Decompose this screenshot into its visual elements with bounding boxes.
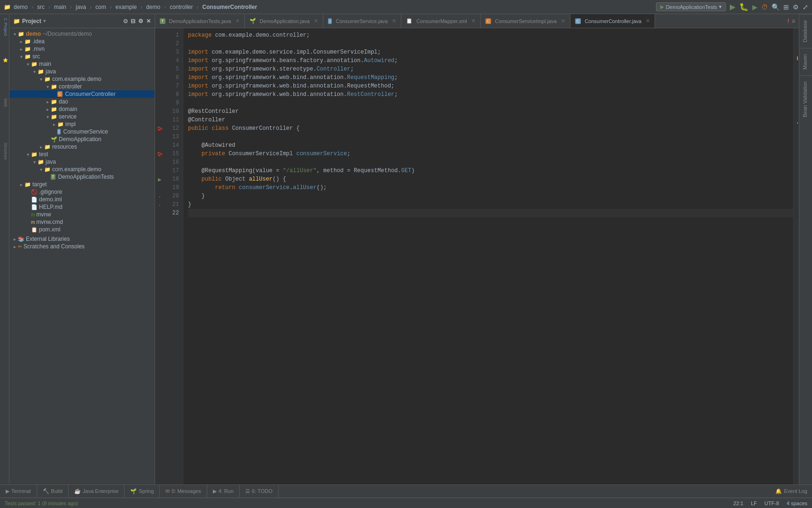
- tool-tab-terminal[interactable]: ▶ Terminal: [0, 485, 37, 497]
- left-tab-structure[interactable]: Structure: [0, 139, 9, 164]
- tool-tab-java-enterprise[interactable]: ☕ Java Enterprise: [69, 485, 125, 497]
- encoding[interactable]: UTF-8: [765, 500, 779, 506]
- tree-item-impl[interactable]: ▸ 📁 impl: [9, 120, 155, 128]
- breadcrumb-demo2[interactable]: demo: [146, 4, 160, 10]
- tree-item-mvnw[interactable]: ▸ m mvnw: [9, 211, 155, 218]
- tool-tab-run[interactable]: ▶ 4: Run: [207, 485, 240, 497]
- left-tab-favorites[interactable]: ⭐: [0, 54, 9, 66]
- close-panel-icon[interactable]: ✕: [146, 18, 151, 24]
- gutter-18[interactable]: ▶: [155, 175, 164, 183]
- search-everywhere-button[interactable]: 🔍: [772, 3, 780, 11]
- tab-consumer-mapper[interactable]: 📋 ConsumerMapper.xml ✕: [401, 14, 481, 28]
- left-tab-web[interactable]: Web: [0, 95, 9, 111]
- tree-item-domain[interactable]: ▸ 📁 domain: [9, 105, 155, 113]
- tree-item-help[interactable]: ▸ 📄 HELP.md: [9, 203, 155, 211]
- project-settings-icon[interactable]: ⚙: [138, 18, 143, 24]
- line-ending[interactable]: LF: [751, 500, 757, 506]
- tab-close-da[interactable]: ✕: [314, 18, 318, 24]
- tree-item-scratches[interactable]: ▸ ✏ Scratches and Consoles: [9, 243, 155, 250]
- profile-button[interactable]: ⏱: [761, 3, 768, 11]
- tree-item-src[interactable]: ▾ 📁 src: [9, 53, 155, 60]
- maximize-button[interactable]: ⤢: [803, 3, 808, 11]
- gutter-21[interactable]: -: [155, 200, 164, 209]
- gutter-20[interactable]: -: [155, 192, 164, 200]
- event-log-tab[interactable]: 🔔 Event Log: [771, 485, 812, 497]
- tree-item-gitignore[interactable]: ▸ 🚫 .gitignore: [9, 188, 155, 196]
- tree-item-consumer-service[interactable]: ▸ I ConsumerService: [9, 128, 155, 135]
- tab-close-cc[interactable]: ✕: [646, 18, 650, 24]
- tree-item-test[interactable]: ▾ 📁 test: [9, 151, 155, 158]
- code-line-13: [188, 133, 793, 141]
- tree-item-controller[interactable]: ▾ 📁 controller: [9, 83, 155, 90]
- error-stripe: [797, 56, 798, 60]
- editor-tab-bar: T DemoApplicationTests.java ✕ 🌱 DemoAppl…: [155, 14, 799, 28]
- layout-button[interactable]: ⊞: [783, 3, 789, 11]
- tab-overflow-icon[interactable]: ≡: [792, 18, 795, 24]
- tree-item-demo[interactable]: ▾ 📁 demo ~/Documents/demo: [9, 30, 155, 38]
- tree-item-package[interactable]: ▾ 📁 com.example.demo: [9, 75, 155, 83]
- gutter-8: [155, 90, 164, 99]
- tree-item-dao[interactable]: ▸ 📁 dao: [9, 98, 155, 105]
- code-editor[interactable]: 🫘 🫘 ▶ - - 1 2 3 4 5 6 7 8: [155, 28, 799, 484]
- tool-tab-messages[interactable]: ✉ 0: Messages: [160, 485, 207, 497]
- messages-icon: ✉: [165, 488, 170, 494]
- project-dropdown-icon[interactable]: ▾: [43, 18, 46, 24]
- tree-item-package-test[interactable]: ▾ 📁 com.example.demo: [9, 166, 155, 173]
- tab-demo-app[interactable]: 🌱 DemoApplication.java ✕: [245, 14, 323, 28]
- tool-tab-todo[interactable]: ☰ 6: TODO: [240, 485, 279, 497]
- tree-item-demo-app-tests[interactable]: ▸ T DemoApplicationTests: [9, 173, 155, 181]
- tool-tab-spring[interactable]: 🌱 Spring: [125, 485, 160, 497]
- tab-demo-app-tests[interactable]: T DemoApplicationTests.java ✕: [155, 14, 245, 28]
- tree-item-pom[interactable]: ▸ 📋 pom.xml: [9, 226, 155, 233]
- cursor-position[interactable]: 22:1: [734, 500, 743, 506]
- code-content[interactable]: package com.example.demo.controller; imp…: [183, 28, 793, 484]
- tree-item-demo-app[interactable]: ▸ 🌱 DemoApplication: [9, 135, 155, 143]
- tab-consumer-service-impl[interactable]: C ConsumerServiceImpl.java ✕: [481, 14, 570, 28]
- breadcrumb-demo[interactable]: demo: [14, 4, 28, 10]
- breadcrumb-class[interactable]: ConsumerController: [202, 4, 257, 10]
- tree-item-java[interactable]: ▾ 📁 java: [9, 68, 155, 75]
- breadcrumb-example[interactable]: example: [116, 4, 137, 10]
- run-config-dropdown-icon[interactable]: ▾: [719, 4, 722, 10]
- terminal-icon: ▶: [6, 488, 9, 494]
- tree-item-iml[interactable]: ▸ 📄 demo.iml: [9, 196, 155, 203]
- tree-label-jt: java: [46, 159, 56, 165]
- collapse-all-icon[interactable]: ⊟: [131, 18, 135, 24]
- tree-item-mvn[interactable]: ▸ 📁 .mvn: [9, 45, 155, 53]
- breadcrumb-main[interactable]: main: [54, 4, 66, 10]
- tab-close-csi[interactable]: ✕: [561, 18, 565, 24]
- right-tab-database[interactable]: Database: [799, 14, 812, 48]
- folder-icon-idea: 📁: [24, 39, 31, 45]
- tool-tab-build[interactable]: 🔨 Build: [37, 485, 69, 497]
- indent-setting[interactable]: 4 spaces: [787, 500, 807, 506]
- run-config-selector[interactable]: ▶ DemoApplicationTests ▾: [656, 2, 726, 11]
- tree-item-ext-libs[interactable]: ▸ 📚 External Libraries: [9, 235, 155, 243]
- breadcrumb-controller[interactable]: controller: [170, 4, 193, 10]
- tab-close-cm[interactable]: ✕: [471, 18, 476, 24]
- tree-item-consumer-controller[interactable]: ▸ C ConsumerController: [9, 90, 155, 98]
- left-tab-project[interactable]: 1: Project: [0, 14, 9, 40]
- tree-item-java-test[interactable]: ▾ 📁 java: [9, 158, 155, 166]
- tree-item-mvnw-cmd[interactable]: ▸ m mvnw.cmd: [9, 218, 155, 226]
- right-tab-maven[interactable]: Maven: [799, 48, 812, 75]
- tab-close-cs[interactable]: ✕: [392, 18, 396, 24]
- settings-button[interactable]: ⚙: [793, 3, 799, 11]
- tree-item-resources[interactable]: ▸ 📁 resources: [9, 143, 155, 151]
- tab-consumer-controller[interactable]: C ConsumerController.java ✕: [570, 14, 656, 28]
- breadcrumb-java[interactable]: java: [76, 4, 86, 10]
- locate-file-icon[interactable]: ⊙: [123, 18, 128, 24]
- debug-button[interactable]: 🐛: [739, 2, 749, 11]
- tree-item-target[interactable]: ▸ 📁 target: [9, 181, 155, 188]
- breadcrumb-com[interactable]: com: [95, 4, 106, 10]
- tree-item-main[interactable]: ▾ 📁 main: [9, 60, 155, 68]
- tab-consumer-service[interactable]: I ConsumerService.java ✕: [323, 14, 401, 28]
- right-tab-bean-validation[interactable]: Bean Validation: [799, 75, 812, 123]
- run-button[interactable]: ▶: [730, 2, 735, 11]
- breadcrumb-src[interactable]: src: [37, 4, 45, 10]
- tab-close-dat[interactable]: ✕: [235, 18, 240, 24]
- ln-7: 7: [164, 82, 183, 90]
- vertical-scrollbar[interactable]: [793, 28, 799, 484]
- tree-item-idea[interactable]: ▸ 📁 .idea: [9, 38, 155, 45]
- coverage-button[interactable]: ▶: [752, 3, 757, 11]
- tree-item-service[interactable]: ▾ 📁 service: [9, 113, 155, 120]
